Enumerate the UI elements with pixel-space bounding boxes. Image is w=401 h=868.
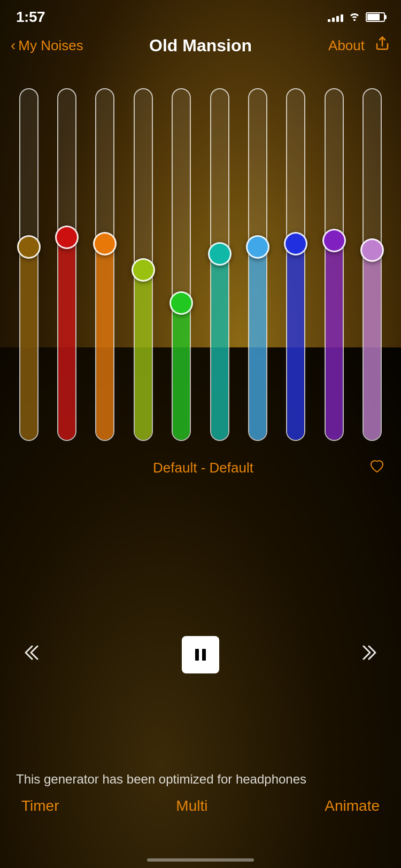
play-controls <box>0 633 401 676</box>
timer-tab[interactable]: Timer <box>21 797 59 815</box>
slider-track-bg-10 <box>363 88 382 441</box>
nav-header: ‹ My Noises Old Mansion About <box>0 27 401 64</box>
battery-icon <box>366 12 385 22</box>
slider-fill-1 <box>20 248 37 440</box>
slider-thumb-5[interactable] <box>169 291 193 315</box>
slider-track-bg-4 <box>134 88 153 441</box>
play-pause-button[interactable] <box>182 636 219 673</box>
slider-10[interactable] <box>359 88 385 452</box>
slider-fill-7 <box>249 248 266 440</box>
slider-track-bg-1 <box>19 88 38 441</box>
back-button[interactable]: ‹ My Noises <box>11 37 96 54</box>
signal-icon <box>328 12 343 22</box>
status-icons <box>328 11 385 24</box>
about-button[interactable]: About <box>328 37 365 54</box>
slider-3[interactable] <box>91 88 118 452</box>
skip-back-button[interactable] <box>21 642 43 668</box>
animate-tab[interactable]: Animate <box>325 797 380 815</box>
slider-track-bg-7 <box>248 88 267 441</box>
page-title: Old Mansion <box>96 36 305 56</box>
slider-4[interactable] <box>130 88 157 452</box>
slider-thumb-9[interactable] <box>322 229 346 252</box>
preset-bar: Default - Default <box>0 452 401 484</box>
slider-6[interactable] <box>206 88 233 452</box>
slider-track-bg-8 <box>286 88 305 441</box>
slider-track-bg-6 <box>210 88 229 441</box>
bottom-tabs: Timer Multi Animate <box>16 797 385 815</box>
preset-label: Default - Default <box>37 460 369 476</box>
slider-fill-2 <box>58 238 75 440</box>
slider-thumb-7[interactable] <box>246 235 269 259</box>
slider-fill-10 <box>364 252 381 440</box>
favorite-button[interactable] <box>369 459 385 477</box>
back-label: My Noises <box>18 37 83 54</box>
status-time: 1:57 <box>16 9 45 26</box>
slider-fill-6 <box>211 255 228 440</box>
slider-track-bg-5 <box>172 88 191 441</box>
slider-track-bg-9 <box>325 88 344 441</box>
slider-track-bg-2 <box>57 88 76 441</box>
sliders-container <box>0 67 401 452</box>
slider-8[interactable] <box>282 88 309 452</box>
back-chevron-icon: ‹ <box>11 37 16 54</box>
nav-actions: About <box>305 36 390 56</box>
bottom-info: This generator has been optimized for he… <box>0 772 401 815</box>
slider-fill-5 <box>173 307 190 440</box>
slider-9[interactable] <box>321 88 348 452</box>
status-bar: 1:57 <box>0 0 401 27</box>
share-button[interactable] <box>374 36 390 56</box>
slider-7[interactable] <box>244 88 271 452</box>
slider-thumb-4[interactable] <box>132 258 155 282</box>
slider-fill-3 <box>96 245 113 440</box>
slider-5[interactable] <box>168 88 195 452</box>
slider-fill-4 <box>135 273 152 440</box>
slider-thumb-1[interactable] <box>17 235 41 259</box>
svg-rect-1 <box>195 649 199 661</box>
slider-thumb-10[interactable] <box>360 238 384 262</box>
slider-thumb-3[interactable] <box>93 232 117 255</box>
home-indicator <box>147 858 254 862</box>
slider-1[interactable] <box>16 88 42 452</box>
headphones-note: This generator has been optimized for he… <box>16 772 385 787</box>
multi-tab[interactable]: Multi <box>176 797 207 815</box>
slider-track-bg-3 <box>95 88 114 441</box>
slider-thumb-8[interactable] <box>284 232 307 255</box>
svg-rect-2 <box>202 649 206 661</box>
slider-2[interactable] <box>53 88 80 452</box>
slider-fill-9 <box>326 241 343 440</box>
wifi-icon <box>349 11 360 24</box>
skip-forward-button[interactable] <box>358 642 380 668</box>
slider-thumb-2[interactable] <box>55 226 79 249</box>
slider-fill-8 <box>287 245 304 440</box>
slider-thumb-6[interactable] <box>208 242 232 266</box>
